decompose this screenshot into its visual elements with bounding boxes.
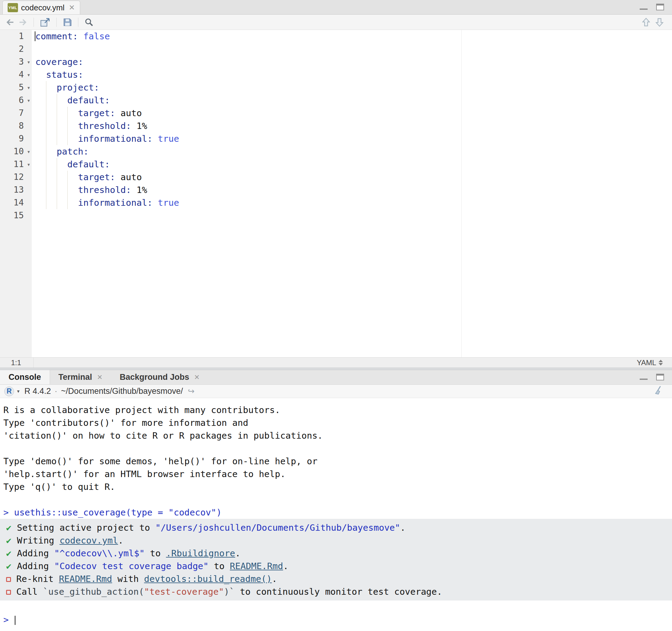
console-tabbar: Console Terminal ✕ Background Jobs ✕ [0,370,672,385]
language-selector[interactable]: YAML [637,359,672,367]
back-button[interactable] [5,18,15,26]
tab-background-jobs[interactable]: Background Jobs ✕ [111,370,208,384]
code-token: project: [57,82,99,93]
check-icon: ✔ [6,560,11,573]
code-token [35,197,78,208]
editor-line[interactable]: 11▾ default: [0,158,672,171]
file-link[interactable]: .Rbuildignore [166,548,235,558]
close-tab-icon[interactable]: ✕ [194,374,200,381]
fold-arrow-icon[interactable]: ▾ [26,81,32,94]
line-number: 6 [0,94,24,107]
code-editor[interactable]: 1comment: false23▾coverage:4▾ status:5▾ … [0,30,672,357]
check-icon: ✔ [6,534,11,547]
code-token: status: [46,70,83,80]
source-pane: YML codecov.yml ✕ [0,0,672,368]
file-link[interactable]: README.Rmd [59,574,112,584]
console-header: R ▾ R 4.4.2 · ~/Documents/Github/bayesmo… [0,385,672,398]
editor-line[interactable]: 4▾ status: [0,68,672,81]
code-token: 1% [131,121,147,131]
editor-line[interactable]: 6▾ default: [0,94,672,107]
console-text: R is a collaborative project with many c… [3,405,280,415]
jump-up-button[interactable] [642,18,650,27]
fold-arrow-icon[interactable]: ▾ [26,158,32,171]
working-directory: ~/Documents/Github/bayesmove/ [61,387,183,396]
code-token: informational: [78,197,152,208]
console-text: Type 'q()' to quit R. [3,482,115,492]
close-tab-icon[interactable]: ✕ [69,4,75,11]
popout-window-button[interactable] [40,17,50,27]
console-line: Call `use_github_action("test-coverage")… [0,585,672,598]
console-line: 'citation()' on how to cite R or R packa… [0,429,672,442]
code-token [35,146,57,157]
code-token: target: [78,108,115,118]
maximize-icon[interactable] [656,4,664,10]
fold-arrow-icon[interactable]: ▾ [26,68,32,81]
editor-line[interactable]: 3▾coverage: [0,55,672,68]
fold-arrow-icon[interactable]: ▾ [26,145,32,158]
search-icon[interactable] [85,18,94,27]
file-link[interactable]: devtools::build_readme() [144,574,272,584]
editor-line[interactable]: 10▾ patch: [0,145,672,158]
console-text: to [145,548,166,558]
r-version-label: R 4.4.2 [24,387,51,396]
code-token: false [83,31,110,42]
open-directory-icon[interactable]: ↪ [188,387,194,396]
editor-line[interactable]: 9 informational: true [0,132,672,145]
console-text: > usethis::use_coverage(type = "codecov"… [3,507,222,517]
code-token: auto [115,108,142,118]
line-number: 2 [0,43,24,55]
editor-line[interactable]: 1comment: false [0,30,672,43]
console-output[interactable]: R is a collaborative project with many c… [0,398,672,631]
console-text: "^codecov\\.yml$" [54,548,145,558]
console-line: Type 'demo()' for some demos, 'help()' f… [0,455,672,468]
console-text: "/Users/joshcullen/Documents/Github/baye… [155,523,400,533]
jump-down-button[interactable] [655,18,664,27]
clear-console-button[interactable] [654,385,664,397]
tab-terminal[interactable]: Terminal ✕ [50,370,111,384]
code-token: comment: [35,31,78,42]
code-token [35,134,78,144]
console-line: ✔ Adding "^codecov\\.yml$" to .Rbuildign… [0,547,672,560]
console-text: `use_github_action( [43,586,144,597]
code-token [35,185,78,195]
editor-line[interactable]: 12 target: auto [0,171,672,184]
console-text: . [272,574,277,584]
maximize-icon[interactable] [656,374,664,381]
editor-line[interactable]: 15 [0,209,672,222]
language-spinner-icon [658,360,663,365]
code-token: default: [67,95,110,105]
fold-arrow-icon[interactable]: ▾ [26,55,32,68]
tab-console[interactable]: Console [0,370,50,384]
chevron-down-icon[interactable]: ▾ [17,388,20,394]
line-number: 5 [0,81,24,94]
pane-splitter[interactable] [0,368,672,370]
file-link[interactable]: README.Rmd [230,561,283,571]
close-tab-icon[interactable]: ✕ [97,374,102,381]
console-text: . [235,548,240,558]
console-text: Re-knit [11,574,59,584]
file-link[interactable]: codecov.yml [59,535,118,545]
forward-button[interactable] [18,18,27,26]
minimize-icon[interactable] [640,374,648,380]
line-number: 14 [0,196,24,209]
separator-dot: · [54,387,58,396]
line-number: 13 [0,184,24,196]
line-number: 7 [0,107,24,120]
todo-checkbox-icon [6,577,11,582]
console-input-line[interactable]: > usethis::use_coverage(type = "codecov"… [0,506,672,519]
tab-codecov-yml[interactable]: YML codecov.yml ✕ [2,1,80,14]
editor-line[interactable]: 8 threshold: 1% [0,120,672,132]
minimize-icon[interactable] [640,4,648,10]
save-button[interactable] [63,18,72,27]
console-text: > [3,614,14,625]
editor-line[interactable]: 14 informational: true [0,196,672,209]
editor-line[interactable]: 2 [0,43,672,55]
editor-line[interactable]: 13 threshold: 1% [0,184,672,196]
console-prompt[interactable]: > [0,613,672,626]
code-token: default: [67,159,110,169]
editor-line[interactable]: 7 target: auto [0,107,672,120]
r-logo-icon[interactable]: R [4,387,14,396]
console-text: . [118,535,123,545]
editor-line[interactable]: 5▾ project: [0,81,672,94]
fold-arrow-icon[interactable]: ▾ [26,94,32,107]
